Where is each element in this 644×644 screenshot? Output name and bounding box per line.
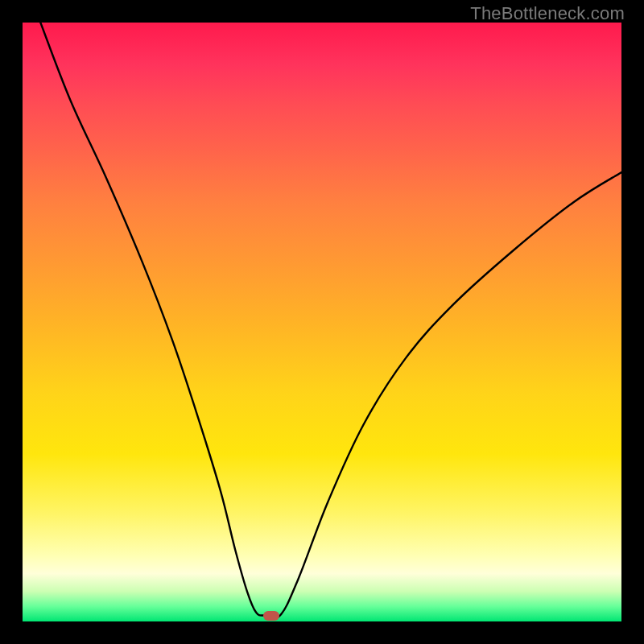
chart-frame: TheBottleneck.com: [0, 0, 644, 644]
attribution-text: TheBottleneck.com: [470, 3, 625, 24]
plot-area: [23, 23, 621, 621]
optimal-point-marker: [263, 611, 279, 621]
bottleneck-curve: [23, 23, 621, 621]
